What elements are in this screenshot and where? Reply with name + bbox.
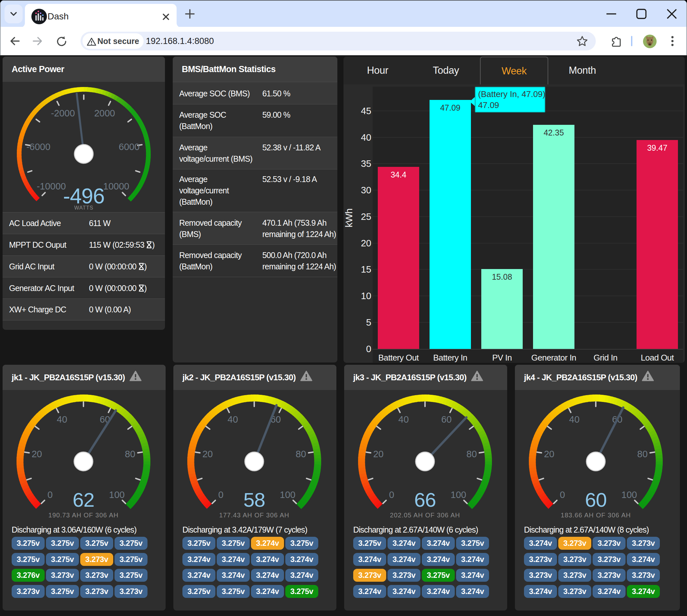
svg-text:100: 100 [280, 489, 295, 500]
svg-text:177.43 AH OF 306 AH: 177.43 AH OF 306 AH [219, 511, 289, 519]
svg-text:40: 40 [57, 414, 67, 424]
svg-text:100: 100 [109, 489, 125, 500]
svg-text:80: 80 [637, 449, 647, 459]
svg-text:-10000: -10000 [37, 181, 66, 192]
svg-text:-6000: -6000 [26, 141, 50, 152]
svg-text:0: 0 [389, 489, 394, 500]
svg-text:20: 20 [544, 449, 554, 459]
svg-text:-496: -496 [63, 184, 105, 208]
svg-text:183.66 AH OF 306 AH: 183.66 AH OF 306 AH [561, 511, 631, 519]
svg-text:60: 60 [441, 414, 452, 424]
svg-text:58: 58 [243, 489, 265, 511]
svg-text:100: 100 [451, 489, 466, 500]
svg-text:0: 0 [47, 489, 53, 500]
svg-text:20: 20 [373, 449, 384, 459]
svg-text:10000: 10000 [103, 181, 129, 192]
svg-text:0: 0 [218, 489, 223, 500]
svg-text:190.73 AH OF 306 AH: 190.73 AH OF 306 AH [48, 511, 119, 519]
svg-text:100: 100 [621, 489, 637, 500]
svg-text:40: 40 [569, 414, 580, 424]
svg-text:2000: 2000 [94, 108, 115, 118]
svg-text:6000: 6000 [119, 141, 140, 152]
svg-text:62: 62 [73, 489, 94, 511]
svg-text:40: 40 [228, 414, 238, 424]
svg-text:202.05 AH OF 306 AH: 202.05 AH OF 306 AH [390, 511, 460, 519]
svg-text:80: 80 [467, 449, 477, 459]
svg-text:-2000: -2000 [51, 108, 75, 118]
svg-text:0: 0 [560, 489, 565, 500]
svg-text:60: 60 [585, 489, 607, 511]
svg-text:80: 80 [125, 449, 135, 459]
svg-text:WATTS: WATTS [74, 205, 93, 211]
svg-text:20: 20 [32, 449, 42, 459]
svg-text:40: 40 [399, 414, 409, 424]
svg-text:66: 66 [414, 489, 436, 511]
svg-text:80: 80 [296, 449, 306, 459]
svg-text:20: 20 [202, 449, 213, 459]
